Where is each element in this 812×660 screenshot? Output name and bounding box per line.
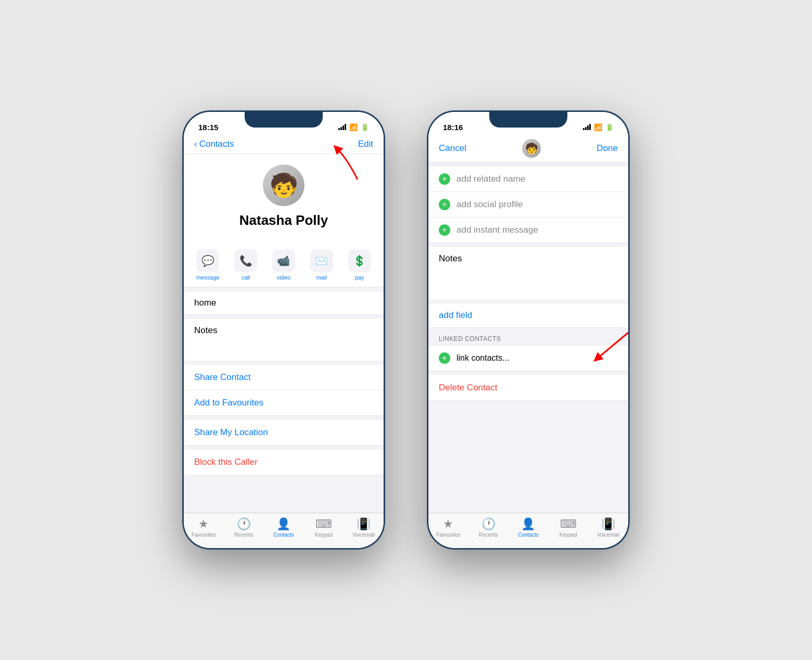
favourites-label-2: Favourites bbox=[436, 532, 461, 538]
notes-row: Notes bbox=[184, 319, 384, 361]
video-label: video bbox=[277, 274, 290, 281]
linked-contacts-section: LINKED CONTACTS + link contacts... bbox=[428, 332, 628, 371]
battery-icon-2: 🔋 bbox=[605, 123, 614, 131]
back-button-1[interactable]: ‹ Contacts bbox=[194, 139, 234, 149]
tab-voicemail-1[interactable]: 📳 Voicemail bbox=[348, 517, 379, 538]
tab-keypad-2[interactable]: ⌨ Keypad bbox=[553, 517, 584, 538]
message-icon: 💬 bbox=[196, 249, 219, 272]
link-contacts-row[interactable]: + link contacts... bbox=[428, 346, 628, 371]
status-icons-2: 📶 🔋 bbox=[583, 123, 614, 131]
contact-header: 🧒 Natasha Polly bbox=[184, 154, 384, 245]
status-icons-1: 📶 🔋 bbox=[338, 123, 369, 131]
tab-bar-2: ★ Favourites 🕐 Recents 👤 Contacts ⌨ Keyp… bbox=[428, 513, 628, 548]
call-label: call bbox=[242, 274, 250, 281]
contact-name: Natasha Polly bbox=[239, 212, 328, 229]
call-icon: 📞 bbox=[234, 249, 257, 272]
favourites-label-1: Favourites bbox=[192, 532, 216, 538]
notes-section-2: Notes bbox=[428, 247, 628, 299]
voicemail-label-2: Voicemail bbox=[597, 532, 619, 538]
add-instant-message-row[interactable]: + add instant message bbox=[428, 218, 628, 243]
mail-label: mail bbox=[316, 274, 327, 281]
add-related-name-row[interactable]: + add related name bbox=[428, 167, 628, 192]
add-field-row[interactable]: add field bbox=[428, 303, 628, 328]
plus-icon-link: + bbox=[439, 352, 450, 364]
notch-1 bbox=[245, 112, 323, 128]
notes-row-2[interactable]: Notes bbox=[428, 247, 628, 299]
tab-recents-1[interactable]: 🕐 Recents bbox=[228, 517, 259, 538]
battery-icon-1: 🔋 bbox=[361, 123, 369, 131]
notes-section: Notes bbox=[184, 319, 384, 361]
home-label: home bbox=[194, 298, 373, 308]
keypad-icon-1: ⌨ bbox=[315, 517, 332, 531]
cancel-button[interactable]: Cancel bbox=[439, 143, 466, 154]
mail-button[interactable]: ✉️ mail bbox=[306, 249, 337, 281]
action-buttons-row: 💬 message 📞 call 📹 video ✉️ bbox=[184, 245, 384, 287]
add-favourites-row[interactable]: Add to Favourites bbox=[184, 390, 384, 416]
wifi-icon-1: 📶 bbox=[349, 123, 358, 131]
call-button[interactable]: 📞 call bbox=[230, 249, 261, 281]
contacts-label-2: Contacts bbox=[518, 532, 538, 538]
tab-contacts-2[interactable]: 👤 Contacts bbox=[513, 517, 544, 538]
keypad-label-2: Keypad bbox=[560, 532, 577, 538]
share-location-row[interactable]: Share My Location bbox=[184, 420, 384, 446]
edit-nav-bar: Cancel 🧒 Done bbox=[428, 135, 628, 162]
linked-contacts-header: LINKED CONTACTS bbox=[428, 332, 628, 346]
star-icon-2: ★ bbox=[443, 517, 453, 531]
contacts-icon-2: 👤 bbox=[521, 517, 535, 531]
mail-icon: ✉️ bbox=[310, 249, 333, 272]
pay-button[interactable]: 💲 pay bbox=[344, 249, 375, 281]
voicemail-label-1: Voicemail bbox=[352, 532, 375, 538]
delete-section: Delete Contact bbox=[428, 375, 628, 401]
plus-icon-instant: + bbox=[439, 224, 450, 236]
keypad-label-1: Keypad bbox=[315, 532, 333, 538]
voicemail-icon-1: 📳 bbox=[357, 517, 371, 531]
location-section: Share My Location bbox=[184, 420, 384, 446]
phone-2: 18:16 📶 🔋 Cancel bbox=[427, 110, 630, 550]
tab-bar-1: ★ Favourites 🕐 Recents 👤 Contacts ⌨ Keyp… bbox=[184, 513, 384, 548]
clock-icon-2: 🕐 bbox=[481, 517, 496, 531]
block-caller-row[interactable]: Block this Caller bbox=[184, 450, 384, 475]
voicemail-icon-2: 📳 bbox=[601, 517, 615, 531]
delete-contact-row[interactable]: Delete Contact bbox=[428, 375, 628, 401]
video-button[interactable]: 📹 video bbox=[268, 249, 299, 281]
add-instant-message-label: add instant message bbox=[456, 225, 538, 235]
status-time-1: 18:15 bbox=[198, 123, 218, 132]
add-social-profile-label: add social profile bbox=[456, 199, 523, 210]
block-section: Block this Caller bbox=[184, 450, 384, 475]
tab-favourites-1[interactable]: ★ Favourites bbox=[188, 517, 219, 538]
wifi-icon-2: 📶 bbox=[594, 123, 602, 131]
share-contact-row[interactable]: Share Contact bbox=[184, 365, 384, 390]
scroll-content-2: + add related name + add social profile … bbox=[428, 162, 628, 548]
link-contacts-label: link contacts... bbox=[456, 353, 509, 363]
pay-icon: 💲 bbox=[348, 249, 371, 272]
contacts-icon-1: 👤 bbox=[276, 517, 290, 531]
message-label: message bbox=[196, 274, 220, 281]
message-button[interactable]: 💬 message bbox=[192, 249, 223, 281]
notes-label-2: Notes bbox=[439, 253, 618, 264]
contacts-label-1: Contacts bbox=[273, 532, 294, 538]
edit-button[interactable]: Edit bbox=[358, 139, 373, 149]
add-rows-section: + add related name + add social profile … bbox=[428, 167, 628, 243]
pay-label: pay bbox=[355, 274, 364, 281]
done-button[interactable]: Done bbox=[597, 143, 618, 154]
tab-contacts-1[interactable]: 👤 Contacts bbox=[268, 517, 299, 538]
linked-contacts-bg: + link contacts... bbox=[428, 346, 628, 371]
back-label-1: Contacts bbox=[199, 139, 234, 149]
avatar-1: 🧒 bbox=[263, 164, 304, 206]
tab-keypad-1[interactable]: ⌨ Keypad bbox=[308, 517, 339, 538]
add-field-section: add field bbox=[428, 303, 628, 328]
phone-1: 18:15 📶 🔋 ‹ bbox=[182, 110, 385, 550]
plus-icon-related: + bbox=[439, 173, 450, 185]
video-icon: 📹 bbox=[272, 249, 295, 272]
tab-favourites-2[interactable]: ★ Favourites bbox=[433, 517, 464, 538]
chevron-left-icon: ‹ bbox=[194, 139, 197, 149]
recents-label-1: Recents bbox=[234, 532, 253, 538]
add-social-profile-row[interactable]: + add social profile bbox=[428, 192, 628, 218]
tab-recents-2[interactable]: 🕐 Recents bbox=[473, 517, 504, 538]
nav-bar-1: ‹ Contacts Edit bbox=[184, 135, 384, 154]
signal-bars-1 bbox=[338, 124, 346, 130]
tab-voicemail-2[interactable]: 📳 Voicemail bbox=[593, 517, 624, 538]
plus-icon-social: + bbox=[439, 199, 450, 210]
recents-label-2: Recents bbox=[479, 532, 498, 538]
status-time-2: 18:16 bbox=[443, 123, 463, 132]
